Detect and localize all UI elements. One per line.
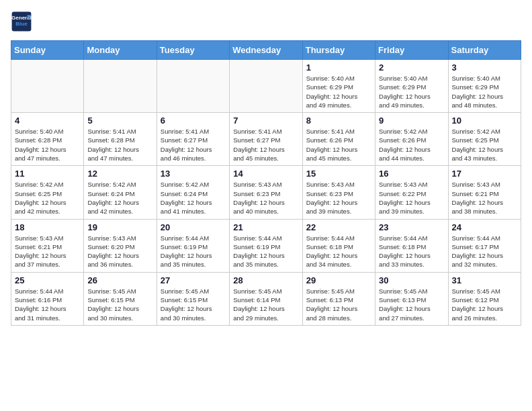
calendar-cell: 29Sunrise: 5:45 AM Sunset: 6:13 PM Dayli… [302,272,375,325]
day-number: 5 [87,116,152,126]
calendar-cell: 3Sunrise: 5:40 AM Sunset: 6:29 PM Daylig… [448,60,521,113]
day-number: 13 [161,169,226,179]
calendar-cell: 15Sunrise: 5:43 AM Sunset: 6:23 PM Dayli… [302,166,375,219]
calendar-cell: 1Sunrise: 5:40 AM Sunset: 6:29 PM Daylig… [302,60,375,113]
calendar-cell: 22Sunrise: 5:44 AM Sunset: 6:18 PM Dayli… [302,219,375,272]
day-info: Sunrise: 5:44 AM Sunset: 6:19 PM Dayligh… [233,234,298,269]
calendar-cell: 4Sunrise: 5:40 AM Sunset: 6:28 PM Daylig… [11,113,84,166]
calendar-cell: 24Sunrise: 5:44 AM Sunset: 6:17 PM Dayli… [448,219,521,272]
calendar-week-3: 11Sunrise: 5:42 AM Sunset: 6:25 PM Dayli… [11,166,521,219]
calendar-cell: 14Sunrise: 5:43 AM Sunset: 6:23 PM Dayli… [230,166,302,219]
day-info: Sunrise: 5:44 AM Sunset: 6:19 PM Dayligh… [161,234,226,269]
day-info: Sunrise: 5:45 AM Sunset: 6:15 PM Dayligh… [87,287,152,322]
day-number: 23 [379,222,444,232]
day-number: 29 [306,275,371,285]
weekday-header-saturday: Saturday [448,41,521,60]
day-number: 3 [452,62,517,73]
calendar-week-2: 4Sunrise: 5:40 AM Sunset: 6:28 PM Daylig… [11,113,521,166]
day-number: 10 [452,116,517,126]
day-info: Sunrise: 5:42 AM Sunset: 6:24 PM Dayligh… [87,180,152,216]
day-number: 6 [161,116,226,126]
day-number: 14 [233,169,298,179]
weekday-header-thursday: Thursday [302,41,375,60]
day-info: Sunrise: 5:42 AM Sunset: 6:25 PM Dayligh… [15,180,80,216]
logo-icon: General Blue [11,11,32,32]
weekday-header-tuesday: Tuesday [157,41,229,60]
day-number: 27 [161,275,226,285]
day-number: 2 [379,62,444,73]
day-info: Sunrise: 5:41 AM Sunset: 6:27 PM Dayligh… [161,127,226,163]
day-number: 30 [379,275,444,285]
calendar-week-5: 25Sunrise: 5:44 AM Sunset: 6:16 PM Dayli… [11,272,521,325]
day-number: 28 [233,275,298,285]
calendar-cell: 11Sunrise: 5:42 AM Sunset: 6:25 PM Dayli… [11,166,84,219]
calendar-cell: 30Sunrise: 5:45 AM Sunset: 6:13 PM Dayli… [375,272,448,325]
calendar-cell: 31Sunrise: 5:45 AM Sunset: 6:12 PM Dayli… [448,272,521,325]
weekday-header-wednesday: Wednesday [230,41,302,60]
day-info: Sunrise: 5:44 AM Sunset: 6:18 PM Dayligh… [379,234,444,269]
calendar-cell: 23Sunrise: 5:44 AM Sunset: 6:18 PM Dayli… [375,219,448,272]
day-info: Sunrise: 5:43 AM Sunset: 6:20 PM Dayligh… [87,234,152,269]
calendar-table: SundayMondayTuesdayWednesdayThursdayFrid… [11,40,521,326]
calendar-cell: 13Sunrise: 5:42 AM Sunset: 6:24 PM Dayli… [157,166,229,219]
calendar-cell [230,60,302,113]
day-info: Sunrise: 5:43 AM Sunset: 6:23 PM Dayligh… [233,180,298,216]
day-number: 4 [15,116,80,126]
day-number: 15 [306,169,371,179]
calendar-cell [11,60,84,113]
calendar-cell: 21Sunrise: 5:44 AM Sunset: 6:19 PM Dayli… [230,219,302,272]
day-info: Sunrise: 5:43 AM Sunset: 6:22 PM Dayligh… [379,180,444,216]
day-info: Sunrise: 5:43 AM Sunset: 6:21 PM Dayligh… [452,180,517,216]
day-number: 22 [306,222,371,232]
day-info: Sunrise: 5:42 AM Sunset: 6:26 PM Dayligh… [379,127,444,163]
calendar-cell: 17Sunrise: 5:43 AM Sunset: 6:21 PM Dayli… [448,166,521,219]
day-info: Sunrise: 5:45 AM Sunset: 6:13 PM Dayligh… [379,287,444,322]
day-info: Sunrise: 5:41 AM Sunset: 6:27 PM Dayligh… [233,127,298,163]
calendar-cell: 18Sunrise: 5:43 AM Sunset: 6:21 PM Dayli… [11,219,84,272]
calendar-cell [84,60,157,113]
day-number: 16 [379,169,444,179]
calendar-cell: 6Sunrise: 5:41 AM Sunset: 6:27 PM Daylig… [157,113,229,166]
day-number: 25 [15,275,80,285]
day-info: Sunrise: 5:40 AM Sunset: 6:29 PM Dayligh… [452,74,517,109]
calendar-cell: 2Sunrise: 5:40 AM Sunset: 6:29 PM Daylig… [375,60,448,113]
weekday-header-friday: Friday [375,41,448,60]
day-info: Sunrise: 5:42 AM Sunset: 6:25 PM Dayligh… [452,127,517,163]
day-info: Sunrise: 5:43 AM Sunset: 6:21 PM Dayligh… [15,234,80,269]
day-number: 19 [87,222,152,232]
header: General Blue [11,11,521,32]
calendar-cell: 20Sunrise: 5:44 AM Sunset: 6:19 PM Dayli… [157,219,229,272]
calendar-cell [157,60,229,113]
calendar-cell: 5Sunrise: 5:41 AM Sunset: 6:28 PM Daylig… [84,113,157,166]
day-number: 17 [452,169,517,179]
day-info: Sunrise: 5:44 AM Sunset: 6:17 PM Dayligh… [452,234,517,269]
day-number: 1 [306,62,371,73]
calendar-cell: 12Sunrise: 5:42 AM Sunset: 6:24 PM Dayli… [84,166,157,219]
day-info: Sunrise: 5:45 AM Sunset: 6:14 PM Dayligh… [233,287,298,322]
day-number: 8 [306,116,371,126]
day-info: Sunrise: 5:45 AM Sunset: 6:13 PM Dayligh… [306,287,371,322]
calendar-cell: 7Sunrise: 5:41 AM Sunset: 6:27 PM Daylig… [230,113,302,166]
day-number: 12 [87,169,152,179]
calendar-cell: 25Sunrise: 5:44 AM Sunset: 6:16 PM Dayli… [11,272,84,325]
day-info: Sunrise: 5:41 AM Sunset: 6:28 PM Dayligh… [87,127,152,163]
day-info: Sunrise: 5:40 AM Sunset: 6:29 PM Dayligh… [306,74,371,109]
day-info: Sunrise: 5:45 AM Sunset: 6:15 PM Dayligh… [161,287,226,322]
calendar-week-4: 18Sunrise: 5:43 AM Sunset: 6:21 PM Dayli… [11,219,521,272]
day-number: 18 [15,222,80,232]
weekday-header-sunday: Sunday [11,41,84,60]
day-info: Sunrise: 5:41 AM Sunset: 6:26 PM Dayligh… [306,127,371,163]
weekday-header-row: SundayMondayTuesdayWednesdayThursdayFrid… [11,41,521,60]
calendar-cell: 10Sunrise: 5:42 AM Sunset: 6:25 PM Dayli… [448,113,521,166]
day-number: 26 [87,275,152,285]
day-number: 11 [15,169,80,179]
day-number: 24 [452,222,517,232]
day-info: Sunrise: 5:44 AM Sunset: 6:16 PM Dayligh… [15,287,80,322]
day-info: Sunrise: 5:44 AM Sunset: 6:18 PM Dayligh… [306,234,371,269]
logo: General Blue [11,11,35,32]
calendar-cell: 8Sunrise: 5:41 AM Sunset: 6:26 PM Daylig… [302,113,375,166]
calendar-week-1: 1Sunrise: 5:40 AM Sunset: 6:29 PM Daylig… [11,60,521,113]
calendar-cell: 28Sunrise: 5:45 AM Sunset: 6:14 PM Dayli… [230,272,302,325]
day-number: 31 [452,275,517,285]
calendar-cell: 19Sunrise: 5:43 AM Sunset: 6:20 PM Dayli… [84,219,157,272]
